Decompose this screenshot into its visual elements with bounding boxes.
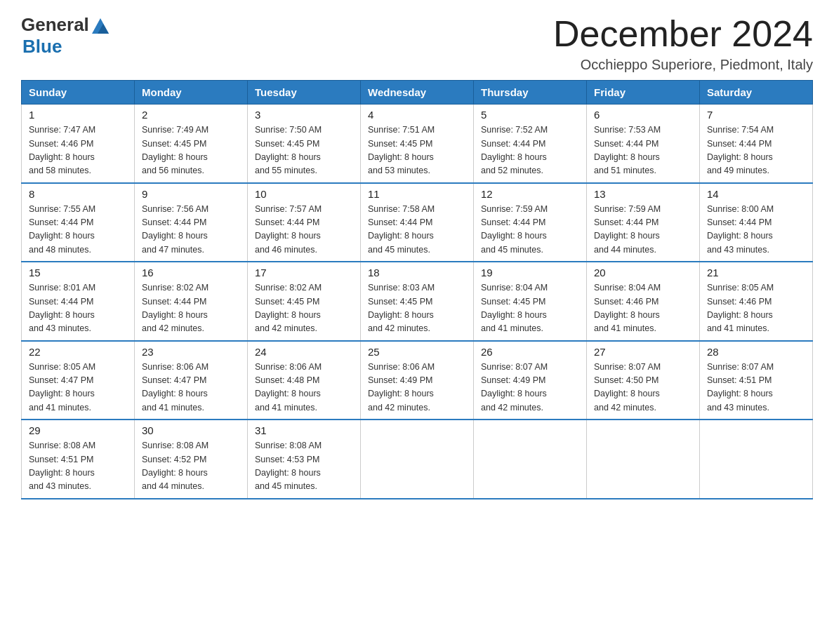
day-number: 31	[255, 424, 353, 436]
day-header-sunday: Sunday	[22, 81, 135, 105]
day-info: Sunrise: 7:56 AM Sunset: 4:44 PM Dayligh…	[142, 203, 240, 257]
calendar-cell: 10 Sunrise: 7:57 AM Sunset: 4:44 PM Dayl…	[248, 183, 361, 262]
calendar-cell: 29 Sunrise: 8:08 AM Sunset: 4:51 PM Dayl…	[22, 420, 135, 499]
day-info: Sunrise: 8:07 AM Sunset: 4:49 PM Dayligh…	[481, 361, 579, 415]
day-info: Sunrise: 8:01 AM Sunset: 4:44 PM Dayligh…	[29, 281, 127, 336]
logo: General Blue	[21, 14, 110, 58]
day-number: 30	[142, 424, 240, 436]
day-info: Sunrise: 8:03 AM Sunset: 4:45 PM Dayligh…	[368, 281, 466, 336]
day-info: Sunrise: 7:47 AM Sunset: 4:46 PM Dayligh…	[29, 123, 127, 178]
calendar-table: SundayMondayTuesdayWednesdayThursdayFrid…	[21, 80, 813, 499]
day-info: Sunrise: 7:55 AM Sunset: 4:44 PM Dayligh…	[29, 203, 127, 257]
page-title: December 2024	[553, 14, 813, 54]
day-number: 4	[368, 109, 466, 121]
day-info: Sunrise: 7:59 AM Sunset: 4:44 PM Dayligh…	[481, 203, 579, 257]
title-area: December 2024 Occhieppo Superiore, Piedm…	[553, 14, 813, 73]
day-info: Sunrise: 7:53 AM Sunset: 4:44 PM Dayligh…	[594, 123, 692, 178]
day-number: 21	[707, 267, 805, 279]
day-info: Sunrise: 7:52 AM Sunset: 4:44 PM Dayligh…	[481, 123, 579, 178]
calendar-cell: 15 Sunrise: 8:01 AM Sunset: 4:44 PM Dayl…	[22, 262, 135, 341]
day-number: 13	[594, 188, 692, 200]
calendar-week-row: 1 Sunrise: 7:47 AM Sunset: 4:46 PM Dayli…	[22, 105, 813, 183]
calendar-cell: 20 Sunrise: 8:04 AM Sunset: 4:46 PM Dayl…	[587, 262, 700, 341]
calendar-cell: 19 Sunrise: 8:04 AM Sunset: 4:45 PM Dayl…	[474, 262, 587, 341]
calendar-cell: 9 Sunrise: 7:56 AM Sunset: 4:44 PM Dayli…	[135, 183, 248, 262]
day-info: Sunrise: 8:02 AM Sunset: 4:44 PM Dayligh…	[142, 281, 240, 336]
calendar-cell: 16 Sunrise: 8:02 AM Sunset: 4:44 PM Dayl…	[135, 262, 248, 341]
calendar-cell: 14 Sunrise: 8:00 AM Sunset: 4:44 PM Dayl…	[700, 183, 813, 262]
calendar-cell: 26 Sunrise: 8:07 AM Sunset: 4:49 PM Dayl…	[474, 341, 587, 420]
calendar-header-row: SundayMondayTuesdayWednesdayThursdayFrid…	[22, 81, 813, 105]
day-number: 6	[594, 109, 692, 121]
day-number: 5	[481, 109, 579, 121]
day-number: 14	[707, 188, 805, 200]
calendar-cell: 30 Sunrise: 8:08 AM Sunset: 4:52 PM Dayl…	[135, 420, 248, 499]
calendar-cell: 23 Sunrise: 8:06 AM Sunset: 4:47 PM Dayl…	[135, 341, 248, 420]
day-number: 9	[142, 188, 240, 200]
calendar-cell: 6 Sunrise: 7:53 AM Sunset: 4:44 PM Dayli…	[587, 105, 700, 183]
calendar-cell: 5 Sunrise: 7:52 AM Sunset: 4:44 PM Dayli…	[474, 105, 587, 183]
day-number: 7	[707, 109, 805, 121]
day-info: Sunrise: 8:07 AM Sunset: 4:50 PM Dayligh…	[594, 361, 692, 415]
day-info: Sunrise: 8:06 AM Sunset: 4:49 PM Dayligh…	[368, 361, 466, 415]
day-info: Sunrise: 8:06 AM Sunset: 4:48 PM Dayligh…	[255, 361, 353, 415]
calendar-cell: 3 Sunrise: 7:50 AM Sunset: 4:45 PM Dayli…	[248, 105, 361, 183]
page-subtitle: Occhieppo Superiore, Piedmont, Italy	[553, 57, 813, 73]
calendar-cell: 4 Sunrise: 7:51 AM Sunset: 4:45 PM Dayli…	[361, 105, 474, 183]
logo-blue-text: Blue	[22, 36, 62, 58]
day-number: 29	[29, 424, 127, 436]
calendar-cell: 28 Sunrise: 8:07 AM Sunset: 4:51 PM Dayl…	[700, 341, 813, 420]
day-number: 16	[142, 267, 240, 279]
day-number: 2	[142, 109, 240, 121]
day-info: Sunrise: 8:08 AM Sunset: 4:53 PM Dayligh…	[255, 439, 353, 494]
day-number: 17	[255, 267, 353, 279]
calendar-cell: 8 Sunrise: 7:55 AM Sunset: 4:44 PM Dayli…	[22, 183, 135, 262]
calendar-cell: 12 Sunrise: 7:59 AM Sunset: 4:44 PM Dayl…	[474, 183, 587, 262]
calendar-week-row: 22 Sunrise: 8:05 AM Sunset: 4:47 PM Dayl…	[22, 341, 813, 420]
calendar-cell: 13 Sunrise: 7:59 AM Sunset: 4:44 PM Dayl…	[587, 183, 700, 262]
logo-icon	[91, 15, 110, 35]
calendar-cell: 18 Sunrise: 8:03 AM Sunset: 4:45 PM Dayl…	[361, 262, 474, 341]
day-info: Sunrise: 7:50 AM Sunset: 4:45 PM Dayligh…	[255, 123, 353, 178]
day-number: 18	[368, 267, 466, 279]
calendar-cell	[587, 420, 700, 499]
calendar-cell: 1 Sunrise: 7:47 AM Sunset: 4:46 PM Dayli…	[22, 105, 135, 183]
calendar-cell: 11 Sunrise: 7:58 AM Sunset: 4:44 PM Dayl…	[361, 183, 474, 262]
day-info: Sunrise: 8:00 AM Sunset: 4:44 PM Dayligh…	[707, 203, 805, 257]
calendar-week-row: 8 Sunrise: 7:55 AM Sunset: 4:44 PM Dayli…	[22, 183, 813, 262]
day-number: 10	[255, 188, 353, 200]
day-number: 25	[368, 346, 466, 358]
day-number: 3	[255, 109, 353, 121]
calendar-week-row: 29 Sunrise: 8:08 AM Sunset: 4:51 PM Dayl…	[22, 420, 813, 499]
day-number: 23	[142, 346, 240, 358]
day-info: Sunrise: 8:07 AM Sunset: 4:51 PM Dayligh…	[707, 361, 805, 415]
day-info: Sunrise: 7:57 AM Sunset: 4:44 PM Dayligh…	[255, 203, 353, 257]
day-number: 26	[481, 346, 579, 358]
day-number: 12	[481, 188, 579, 200]
day-info: Sunrise: 8:04 AM Sunset: 4:45 PM Dayligh…	[481, 281, 579, 336]
day-info: Sunrise: 8:06 AM Sunset: 4:47 PM Dayligh…	[142, 361, 240, 415]
calendar-cell	[474, 420, 587, 499]
day-info: Sunrise: 8:08 AM Sunset: 4:51 PM Dayligh…	[29, 439, 127, 494]
day-info: Sunrise: 7:58 AM Sunset: 4:44 PM Dayligh…	[368, 203, 466, 257]
calendar-cell: 21 Sunrise: 8:05 AM Sunset: 4:46 PM Dayl…	[700, 262, 813, 341]
day-info: Sunrise: 7:51 AM Sunset: 4:45 PM Dayligh…	[368, 123, 466, 178]
calendar-cell	[700, 420, 813, 499]
day-info: Sunrise: 7:49 AM Sunset: 4:45 PM Dayligh…	[142, 123, 240, 178]
day-header-saturday: Saturday	[700, 81, 813, 105]
day-number: 1	[29, 109, 127, 121]
day-number: 27	[594, 346, 692, 358]
calendar-cell: 7 Sunrise: 7:54 AM Sunset: 4:44 PM Dayli…	[700, 105, 813, 183]
calendar-cell: 2 Sunrise: 7:49 AM Sunset: 4:45 PM Dayli…	[135, 105, 248, 183]
day-number: 11	[368, 188, 466, 200]
logo-general-text: General	[21, 14, 89, 36]
calendar-cell	[361, 420, 474, 499]
day-info: Sunrise: 8:04 AM Sunset: 4:46 PM Dayligh…	[594, 281, 692, 336]
day-header-thursday: Thursday	[474, 81, 587, 105]
day-number: 19	[481, 267, 579, 279]
day-header-monday: Monday	[135, 81, 248, 105]
day-header-friday: Friday	[587, 81, 700, 105]
calendar-cell: 31 Sunrise: 8:08 AM Sunset: 4:53 PM Dayl…	[248, 420, 361, 499]
day-number: 15	[29, 267, 127, 279]
calendar-cell: 22 Sunrise: 8:05 AM Sunset: 4:47 PM Dayl…	[22, 341, 135, 420]
